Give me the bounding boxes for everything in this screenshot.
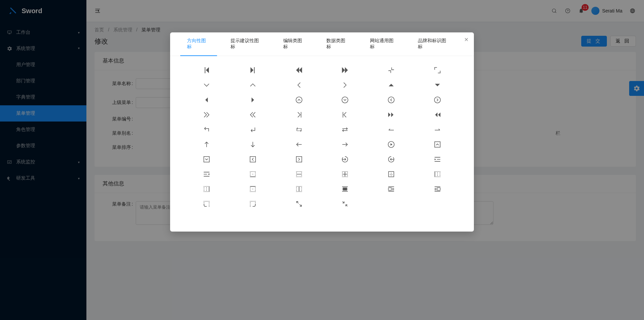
login-icon[interactable] — [322, 152, 368, 167]
fast-backward-icon[interactable] — [276, 63, 322, 78]
border-inner-icon[interactable] — [322, 167, 368, 182]
svg-point-0 — [296, 97, 302, 103]
caret-down-icon[interactable] — [414, 78, 460, 92]
pic-right-icon[interactable] — [414, 182, 460, 196]
up-icon[interactable] — [230, 78, 276, 92]
right-circle-icon[interactable] — [414, 92, 460, 107]
step-forward-icon[interactable] — [230, 63, 276, 78]
up-circle-icon[interactable] — [276, 92, 322, 107]
arrow-down-icon[interactable] — [230, 137, 276, 152]
swap-icon[interactable] — [322, 122, 368, 137]
radius-bottomright-icon[interactable] — [230, 196, 276, 211]
radius-bottomleft-icon[interactable] — [184, 196, 230, 211]
right-square-icon[interactable] — [276, 152, 322, 167]
svg-point-2 — [388, 97, 394, 103]
svg-point-3 — [434, 97, 440, 103]
tab-web[interactable]: 网站通用图标 — [363, 32, 404, 56]
tab-brand[interactable]: 品牌和标识图标 — [411, 32, 457, 56]
modal-tabs: 方向性图标 提示建议性图标 编辑类图标 数据类图标 网站通用图标 品牌和标识图标 — [170, 32, 474, 56]
step-backward-icon[interactable] — [184, 63, 230, 78]
left-icon[interactable] — [276, 78, 322, 92]
menu-fold-icon[interactable] — [414, 152, 460, 167]
border-bottom-icon[interactable] — [230, 167, 276, 182]
svg-point-1 — [342, 97, 348, 103]
double-right-icon[interactable] — [184, 107, 230, 122]
left-circle-icon[interactable] — [368, 92, 414, 107]
up-square-icon[interactable] — [414, 137, 460, 152]
svg-rect-7 — [250, 157, 256, 162]
icon-picker-modal: ✕ 方向性图标 提示建议性图标 编辑类图标 数据类图标 网站通用图标 品牌和标识… — [170, 32, 474, 232]
rollback-icon[interactable] — [184, 122, 230, 137]
tab-direction[interactable]: 方向性图标 — [180, 32, 217, 56]
swap-left-icon[interactable] — [368, 122, 414, 137]
left-square-icon[interactable] — [230, 152, 276, 167]
down-circle-icon[interactable] — [322, 92, 368, 107]
arrow-up-icon[interactable] — [184, 137, 230, 152]
tab-edit[interactable]: 编辑类图标 — [276, 32, 313, 56]
double-left-icon[interactable] — [230, 107, 276, 122]
border-horizontal-icon[interactable] — [276, 167, 322, 182]
play-circle-icon[interactable] — [368, 137, 414, 152]
down-icon[interactable] — [184, 78, 230, 92]
caret-right-icon[interactable] — [230, 92, 276, 107]
menu-unfold-icon[interactable] — [184, 167, 230, 182]
backward-icon[interactable] — [414, 107, 460, 122]
svg-rect-8 — [296, 157, 301, 162]
pic-center-icon[interactable] — [322, 182, 368, 196]
close-icon[interactable]: ✕ — [464, 36, 468, 43]
logout-icon[interactable] — [368, 152, 414, 167]
icon-grid — [170, 56, 474, 232]
caret-left-icon[interactable] — [184, 92, 230, 107]
arrow-right-icon[interactable] — [322, 137, 368, 152]
fullscreen-icon[interactable] — [276, 196, 322, 211]
arrows-alt-icon[interactable] — [414, 63, 460, 78]
border-verticle-icon[interactable] — [276, 182, 322, 196]
fast-forward-icon[interactable] — [322, 63, 368, 78]
enter-icon[interactable] — [230, 122, 276, 137]
svg-rect-5 — [434, 142, 440, 147]
border-right-icon[interactable] — [184, 182, 230, 196]
right-icon[interactable] — [322, 78, 368, 92]
vertical-right-icon[interactable] — [322, 107, 368, 122]
retweet-icon[interactable] — [276, 122, 322, 137]
forward-icon[interactable] — [368, 107, 414, 122]
shrink-icon[interactable] — [368, 63, 414, 78]
vertical-left-icon[interactable] — [276, 107, 322, 122]
tab-data[interactable]: 数据类图标 — [320, 32, 356, 56]
fullscreen-exit-icon[interactable] — [322, 196, 368, 211]
border-top-icon[interactable] — [230, 182, 276, 196]
tab-suggest[interactable]: 提示建议性图标 — [224, 32, 270, 56]
border-outer-icon[interactable] — [368, 167, 414, 182]
border-left-icon[interactable] — [414, 167, 460, 182]
swap-right-icon[interactable] — [414, 122, 460, 137]
down-square-icon[interactable] — [184, 152, 230, 167]
arrow-left-icon[interactable] — [276, 137, 322, 152]
svg-rect-6 — [204, 157, 209, 162]
caret-up-icon[interactable] — [368, 78, 414, 92]
pic-left-icon[interactable] — [368, 182, 414, 196]
